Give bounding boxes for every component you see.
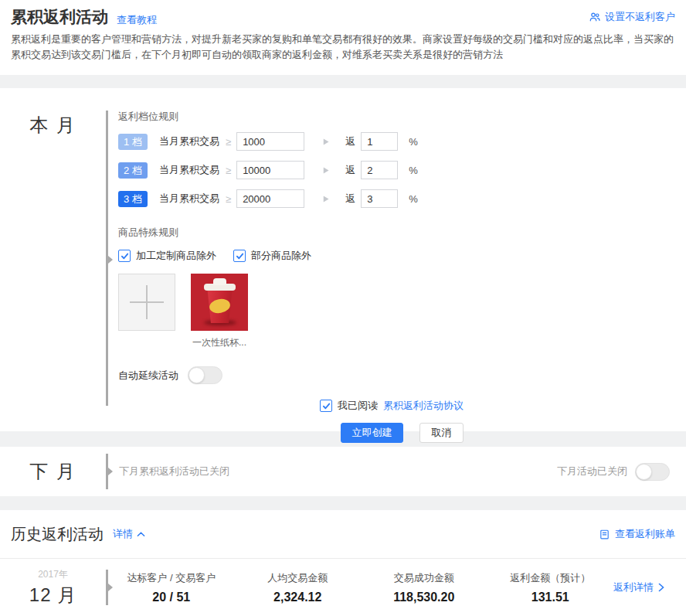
- chevron-up-icon: [137, 531, 145, 537]
- bill-link-label: 查看返利账单: [615, 527, 675, 541]
- this-month-content: 返利档位规则 1 档 当月累积交易 ≥ 返 % 2 档 当月累积交易 ≥ 返 %…: [108, 88, 464, 431]
- percent-unit: %: [409, 193, 418, 205]
- tier-row: 1 档 当月累积交易 ≥ 返 %: [118, 132, 464, 151]
- tier-badge: 3 档: [118, 191, 148, 207]
- tier-badge: 1 档: [118, 134, 148, 150]
- stat-value: 118,530.20: [361, 590, 487, 604]
- history-month-block: 2017年 12 月: [0, 568, 106, 607]
- gte-symbol: ≥: [226, 193, 231, 205]
- divider-arrow: [108, 584, 113, 591]
- agreement-checkbox[interactable]: [320, 400, 332, 412]
- document-icon: [599, 529, 610, 540]
- custom-goods-exclude-option[interactable]: 加工定制商品除外: [118, 249, 216, 263]
- section-divider-bar: [106, 111, 108, 406]
- partial-goods-exclude-option[interactable]: 部分商品除外: [233, 249, 311, 263]
- next-month-section-title: 下 月: [0, 459, 106, 484]
- checkbox-label: 部分商品除外: [251, 249, 311, 263]
- special-rules-title: 商品特殊规则: [118, 226, 464, 240]
- form-actions-block: 我已阅读 累积返利活动协议 立即创建 取消: [118, 399, 464, 443]
- paper-cup-graphic: [206, 289, 233, 323]
- this-month-section-title: 本 月: [0, 88, 106, 431]
- stat-value: 131.51: [487, 590, 614, 604]
- checkbox-checked-icon[interactable]: [233, 250, 246, 262]
- tier-rate-input[interactable]: [361, 189, 398, 208]
- tier-threshold-input[interactable]: [236, 132, 304, 151]
- excluded-product-item[interactable]: 一次性纸杯...: [184, 274, 255, 349]
- divider-arrow: [108, 468, 113, 475]
- tier-badge: 2 档: [118, 162, 148, 179]
- exclude-customers-label: 设置不返利客户: [605, 10, 675, 24]
- stat-success-amount: 交易成功金额 118,530.20: [361, 571, 487, 604]
- auto-continue-toggle[interactable]: [188, 366, 222, 384]
- agreement-row: 我已阅读 累积返利活动协议: [118, 399, 464, 413]
- tier-condition-label: 当月累积交易: [159, 192, 219, 206]
- arrow-right-icon: [321, 166, 330, 175]
- next-month-card: 下 月 下月累积返利活动已关闭 下月活动已关闭: [0, 447, 686, 496]
- agreement-prefix: 我已阅读: [338, 399, 378, 413]
- agreement-link[interactable]: 累积返利活动协议: [383, 399, 464, 413]
- page-title: 累积返利活动: [11, 7, 108, 27]
- auto-continue-row: 自动延续活动: [118, 366, 464, 384]
- tier-rate-input[interactable]: [361, 132, 398, 151]
- stat-average-transaction: 人均交易金额 2,324.12: [235, 571, 362, 604]
- next-month-toggle-label: 下月活动已关闭: [557, 465, 627, 478]
- section-divider-bar: [106, 570, 108, 605]
- view-rebate-bill-link[interactable]: 查看返利账单: [599, 527, 675, 541]
- tier-threshold-input[interactable]: [236, 189, 304, 208]
- cup-label-graphic: [209, 298, 232, 315]
- people-icon: [589, 11, 601, 23]
- history-detail-toggle[interactable]: 详情: [113, 527, 145, 541]
- history-title: 历史返利活动: [11, 524, 104, 545]
- chevron-right-icon: [658, 583, 664, 592]
- arrow-right-icon: [321, 138, 330, 146]
- next-month-toggle[interactable]: [635, 463, 670, 481]
- cup-cap-graphic: [213, 278, 226, 285]
- activity-description: 累积返利是重要的客户管理和营销方法，对提升新老买家的复购和单笔交易都有很好的效果…: [11, 32, 677, 63]
- stat-label: 达标客户 / 交易客户: [108, 571, 235, 585]
- stat-qualified-customers: 达标客户 / 交易客户 20 / 51: [108, 571, 235, 604]
- cancel-button[interactable]: 取消: [419, 423, 464, 443]
- section-divider-bar: [106, 454, 108, 489]
- gte-symbol: ≥: [226, 136, 231, 148]
- product-caption: 一次性纸杯...: [192, 336, 246, 349]
- history-month: 12 月: [0, 583, 106, 607]
- divider-arrow: [108, 256, 113, 264]
- stat-value: 20 / 51: [108, 590, 235, 604]
- next-month-toggle-group: 下月活动已关闭: [557, 463, 686, 481]
- stat-rebate-amount: 返利金额（预计） 131.51: [487, 571, 614, 604]
- stat-label: 交易成功金额: [361, 571, 487, 585]
- detail-link-label: 详情: [113, 527, 133, 541]
- checkbox-label: 加工定制商品除外: [136, 249, 216, 263]
- tier-rules-title: 返利档位规则: [118, 110, 464, 124]
- percent-unit: %: [409, 136, 418, 148]
- tier-threshold-input[interactable]: [236, 161, 304, 179]
- this-month-card: 本 月 返利档位规则 1 档 当月累积交易 ≥ 返 % 2 档 当月累积交易 ≥…: [0, 88, 686, 431]
- toggle-knob: [636, 464, 652, 480]
- buttons-row: 立即创建 取消: [118, 423, 464, 443]
- tier-rate-input[interactable]: [361, 161, 398, 179]
- stat-value: 2,324.12: [235, 590, 362, 604]
- rebate-label: 返: [345, 163, 355, 177]
- rebate-detail-link[interactable]: 返利详情: [613, 580, 686, 594]
- rebate-label: 返: [345, 134, 355, 148]
- arrow-right-icon: [321, 195, 330, 203]
- tier-row: 2 档 当月累积交易 ≥ 返 %: [118, 161, 464, 179]
- exclude-customers-link[interactable]: 设置不返利客户: [589, 10, 675, 24]
- history-card: 历史返利活动 详情 查看返利账单 2017年 12 月 达标客户 / 交易客户: [0, 510, 686, 616]
- product-thumbnail[interactable]: [191, 274, 248, 331]
- plus-icon: [130, 285, 164, 319]
- title-row: 累积返利活动 查看教程 设置不返利客户: [11, 7, 675, 27]
- rebate-detail-label: 返利详情: [613, 580, 654, 594]
- auto-continue-label: 自动延续活动: [118, 369, 178, 383]
- tier-condition-label: 当月累积交易: [159, 163, 219, 177]
- excluded-products-row: 一次性纸杯...: [118, 274, 464, 349]
- tier-row: 3 档 当月累积交易 ≥ 返 %: [118, 189, 464, 208]
- rebate-label: 返: [345, 192, 355, 206]
- special-rules-checkboxes: 加工定制商品除外 部分商品除外: [118, 249, 464, 263]
- gte-symbol: ≥: [226, 165, 231, 176]
- checkbox-checked-icon[interactable]: [118, 250, 131, 262]
- create-button[interactable]: 立即创建: [341, 423, 403, 443]
- add-product-button[interactable]: [118, 274, 175, 331]
- tutorial-link[interactable]: 查看教程: [117, 13, 157, 27]
- percent-unit: %: [409, 165, 418, 176]
